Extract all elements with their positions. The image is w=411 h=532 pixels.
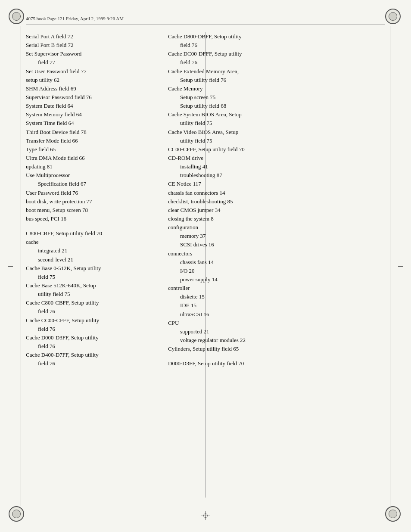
index-entry: supported 21 [168, 327, 385, 336]
page-header: 4075.book Page 121 Friday, April 2, 1999… [26, 12, 385, 25]
index-entry: Cache Base 0-512K, Setup utility [26, 264, 155, 273]
index-entry: utility field 75 [168, 137, 385, 145]
left-rule [21, 26, 21, 506]
index-entry: setup utility 62 [26, 76, 155, 84]
corner-top-right [385, 9, 402, 26]
index-entry: field 76 [26, 325, 155, 333]
index-entry: field 76 [26, 307, 155, 316]
index-entry: Cache CC00-CFFF, Setup utility [26, 316, 155, 325]
index-entry: closing the system 8 [168, 215, 385, 223]
index-entry: Serial Port A field 72 [26, 32, 155, 41]
right-tick [398, 266, 403, 267]
index-entry: D000-D3FF, Setup utility field 70 [168, 359, 385, 368]
index-entry: Setup screen 75 [168, 93, 385, 102]
index-entry: Type field 65 [26, 145, 155, 154]
left-index-column: Serial Port A field 72Serial Port B fiel… [26, 32, 155, 498]
index-entry: utility field 75 [168, 119, 385, 128]
index-entry: updating 81 [26, 162, 155, 171]
index-entry: C800-CBFF, Setup utility field 70 [26, 229, 155, 238]
index-entry: configuration [168, 223, 385, 232]
index-entry: field 76 [168, 58, 385, 67]
right-index-column: Cache D800-DBFF, Setup utilityfield 76Ca… [168, 32, 385, 498]
index-entry: Ultra DMA Mode field 66 [26, 154, 155, 162]
index-entry: boot disk, write protection 77 [26, 197, 155, 206]
index-entry: cache [26, 238, 155, 246]
index-entry: installing 41 [168, 162, 385, 171]
index-entry: CE Notice 117 [168, 180, 385, 188]
index-entry: CPU [168, 319, 385, 327]
index-entry: Cache D800-DBFF, Setup utility [168, 32, 385, 41]
index-entry: Cache Extended Memory Area, [168, 67, 385, 76]
index-entry: Serial Port B field 72 [26, 41, 155, 50]
header-text: 4075.book Page 121 Friday, April 2, 1999… [26, 16, 124, 21]
index-entry: ultraSCSI 16 [168, 310, 385, 319]
index-entry: chassis fans 14 [168, 258, 385, 267]
index-entry: System Time field 64 [26, 119, 155, 128]
index-entry: integrated 21 [26, 246, 155, 255]
index-entry: diskette 15 [168, 292, 385, 301]
index-entry: Use Multiprocessor [26, 171, 155, 180]
content-area: Serial Port A field 72Serial Port B fiel… [26, 32, 385, 498]
index-entry: Cache DC00-DFFF, Setup utility [168, 50, 385, 58]
index-entry: Set User Password field 77 [26, 67, 155, 76]
index-entry: boot menu, Setup screen 78 [26, 206, 155, 215]
index-entry: connectors [168, 249, 385, 258]
corner-top-left [9, 9, 26, 26]
bottom-center-crosshair [201, 511, 210, 520]
index-spacer [168, 353, 385, 359]
index-entry: CC00-CFFF, Setup utility field 70 [168, 145, 385, 154]
index-entry: clear CMOS jumper 34 [168, 206, 385, 215]
index-entry: User Password field 76 [26, 189, 155, 197]
index-entry: CD-ROM drive [168, 154, 385, 162]
bottom-rule [8, 506, 403, 506]
index-entry: SHM Address field 69 [26, 84, 155, 93]
index-entry: second-level 21 [26, 255, 155, 264]
index-entry: Transfer Mode field 66 [26, 137, 155, 145]
index-entry: Specification field 67 [26, 180, 155, 188]
index-entry: Cache Video BIOS Area, Setup [168, 128, 385, 137]
index-spacer [26, 223, 155, 229]
index-entry: checklist, troubleshooting 85 [168, 197, 385, 206]
index-entry: System Memory field 64 [26, 110, 155, 119]
index-entry: Cache System BIOS Area, Setup [168, 110, 385, 119]
index-entry: Third Boot Device field 78 [26, 128, 155, 137]
index-entry: Cache D000-D3FF, Setup utility [26, 333, 155, 342]
index-entry: field 75 [26, 273, 155, 281]
index-entry: Cache Memory [168, 84, 385, 93]
right-rule [390, 26, 390, 506]
index-entry: controller [168, 284, 385, 292]
index-entry: Cylinders, Setup utility field 65 [168, 345, 385, 353]
left-tick [8, 266, 13, 267]
index-entry: IDE 15 [168, 301, 385, 310]
index-entry: System Date field 64 [26, 102, 155, 110]
index-entry: Supervisor Password field 76 [26, 93, 155, 102]
index-entry: Setup utility field 76 [168, 76, 385, 84]
corner-bottom-right [385, 506, 402, 523]
index-entry: field 76 [168, 41, 385, 50]
index-entry: field 76 [26, 359, 155, 368]
index-entry: Set Supervisor Password [26, 50, 155, 58]
index-entry: Setup utility field 68 [168, 102, 385, 110]
index-entry: I/O 20 [168, 267, 385, 275]
index-entry: chassis fan connectors 14 [168, 189, 385, 197]
index-entry: SCSI drives 16 [168, 240, 385, 249]
index-entry: Cache D400-D7FF, Setup utility [26, 351, 155, 359]
index-entry: utility field 75 [26, 290, 155, 299]
index-entry: power supply 14 [168, 275, 385, 284]
index-entry: Cache C800-CBFF, Setup utility [26, 299, 155, 307]
index-entry: memory 37 [168, 232, 385, 240]
index-entry: field 77 [26, 58, 155, 67]
index-entry: bus speed, PCI 16 [26, 215, 155, 223]
corner-bottom-left [9, 506, 26, 523]
index-entry: voltage regulator modules 22 [168, 336, 385, 345]
index-entry: field 76 [26, 342, 155, 351]
index-entry: Cache Base 512K-640K, Setup [26, 281, 155, 290]
top-rule [8, 26, 403, 26]
index-entry: troubleshooting 87 [168, 171, 385, 180]
